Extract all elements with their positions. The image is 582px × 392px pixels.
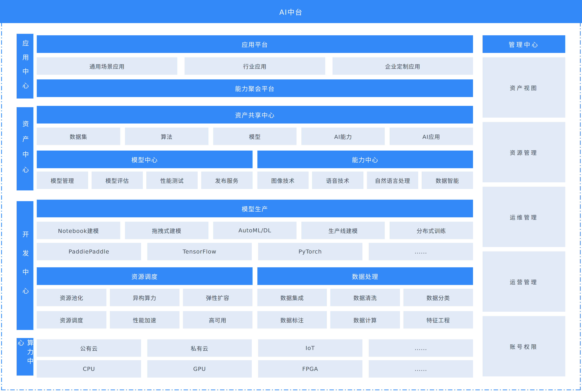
production-row: Notebook建模 拖拽式建模 AutoML/DL 生产线建模 分布式训练 <box>37 222 473 239</box>
framework-row: PaddiePaddle TensorFlow PyTorch ...... <box>37 243 473 260</box>
box-ai-app: AI应用 <box>390 128 473 145</box>
box-resource-scheduling: 资源调度 <box>37 311 106 328</box>
box-high-availability: 高可用 <box>183 311 252 328</box>
center-bars-row: 模型中心 能力中心 <box>37 150 473 168</box>
box-performance-acceleration: 性能加速 <box>110 311 180 328</box>
box-data-labeling: 数据标注 <box>258 311 327 328</box>
bar-management-center: 管理中心 <box>482 35 565 53</box>
box-operation-management: 运营管理 <box>482 252 565 312</box>
box-paddlepaddle: PaddiePaddle <box>37 243 141 260</box>
box-cpu: CPU <box>37 360 141 378</box>
box-data-cleaning: 数据清洗 <box>330 289 400 306</box>
bar-model-center: 模型中心 <box>37 150 252 168</box>
ability-center-row: 图像技术 语音技术 自然语言处理 数据智能 <box>258 172 473 189</box>
data-row-2: 数据标注 数据计算 特征工程 <box>258 311 473 328</box>
box-notebook-modeling: Notebook建模 <box>37 222 120 239</box>
section-label-asset-center: 资产中心 <box>16 107 34 190</box>
center-items-row: 模型管理 模型评估 性能测试 发布服务 图像技术 语音技术 自然语言处理 数据智… <box>37 172 473 189</box>
compute-row-1: 公有云 私有云 IoT ...... <box>37 339 473 357</box>
box-tensorflow: TensorFlow <box>148 243 252 260</box>
box-more-compute-2: ...... <box>369 360 473 378</box>
section-label-application-center: 应用中心 <box>16 34 34 98</box>
box-publish-service: 发布服务 <box>201 172 252 189</box>
resource-row-1: 资源池化 异构算力 弹性扩容 <box>37 289 252 306</box>
resource-row-2: 资源调度 性能加速 高可用 <box>37 311 252 328</box>
box-nlp: 自然语言处理 <box>367 172 418 189</box>
schedule-process-bars-row: 资源调度 数据处理 <box>37 267 473 285</box>
box-model-evaluation: 模型评估 <box>92 172 143 189</box>
box-data-classification: 数据分类 <box>404 289 473 306</box>
box-pytorch: PyTorch <box>258 243 362 260</box>
bar-resource-schedule: 资源调度 <box>37 267 252 285</box>
ai-platform-diagram: AI中台 应用中心 资产中心 开发中心 算力中心 应用平台 通用场景应用 行业应… <box>0 0 582 392</box>
box-elastic-scaling: 弹性扩容 <box>183 289 252 306</box>
box-data-intelligence: 数据智能 <box>422 172 473 189</box>
box-asset-view: 资产视图 <box>482 57 565 118</box>
box-enterprise-custom-app: 企业定制应用 <box>332 57 473 75</box>
asset-row: 数据集 算法 模型 AI能力 AI应用 <box>37 128 473 145</box>
data-row-1: 数据集成 数据清洗 数据分类 <box>258 289 473 306</box>
management-column: 管理中心 资产视图 资源管理 运维管理 运营管理 账号权限 <box>482 35 565 376</box>
box-dataset: 数据集 <box>37 128 120 145</box>
app-row: 通用场景应用 行业应用 企业定制应用 <box>37 57 473 75</box>
box-iot: IoT <box>258 339 362 357</box>
box-fpga: FPGA <box>258 360 362 378</box>
bar-ability-center: 能力中心 <box>258 150 473 168</box>
box-pipeline-modeling: 生产线建模 <box>301 222 385 239</box>
main-diagram-area: 应用平台 通用场景应用 行业应用 企业定制应用 能力聚会平台 资产共享中心 数据… <box>37 35 473 378</box>
box-distributed-training: 分布式训练 <box>390 222 473 239</box>
box-private-cloud: 私有云 <box>148 339 252 357</box>
box-more-compute-1: ...... <box>369 339 473 357</box>
box-more-frameworks: ...... <box>369 243 473 260</box>
box-gpu: GPU <box>148 360 252 378</box>
box-algorithm: 算法 <box>125 128 208 145</box>
box-image-tech: 图像技术 <box>258 172 309 189</box>
box-general-scenario-app: 通用场景应用 <box>37 57 177 75</box>
box-heterogeneous-compute: 异构算力 <box>110 289 180 306</box>
box-data-integration: 数据集成 <box>258 289 327 306</box>
box-automl-dl: AutoML/DL <box>213 222 297 239</box>
box-data-computing: 数据计算 <box>330 311 400 328</box>
box-public-cloud: 公有云 <box>37 339 141 357</box>
model-center-row: 模型管理 模型评估 性能测试 发布服务 <box>37 172 252 189</box>
page-title: AI中台 <box>279 6 303 17</box>
banner: AI中台 <box>0 0 582 23</box>
bar-data-process: 数据处理 <box>258 267 473 285</box>
box-speech-tech: 语音技术 <box>312 172 364 189</box>
box-model-management: 模型管理 <box>37 172 88 189</box>
schedule-process-items-row-2: 资源调度 性能加速 高可用 数据标注 数据计算 特征工程 <box>37 311 473 328</box>
box-account-permission: 账号权限 <box>482 316 565 376</box>
bar-asset-share-center: 资产共享中心 <box>37 106 473 124</box>
box-performance-test: 性能测试 <box>146 172 198 189</box>
dashed-border-left <box>1 22 2 390</box>
box-industry-app: 行业应用 <box>184 57 325 75</box>
bar-model-production: 模型生产 <box>37 200 473 217</box>
box-drag-modeling: 拖拽式建模 <box>125 222 208 239</box>
bar-app-platform: 应用平台 <box>37 35 473 53</box>
bar-capability-aggregation-platform: 能力聚会平台 <box>37 80 473 97</box>
box-ops-maintenance-management: 运维管理 <box>482 187 565 247</box>
box-ai-ability: AI能力 <box>301 128 385 145</box>
schedule-process-items-row-1: 资源池化 异构算力 弹性扩容 数据集成 数据清洗 数据分类 <box>37 289 473 306</box>
box-resource-pooling: 资源池化 <box>37 289 106 306</box>
box-feature-engineering: 特征工程 <box>404 311 473 328</box>
compute-row-2: CPU GPU FPGA ...... <box>37 360 473 378</box>
box-resource-management: 资源管理 <box>482 122 565 182</box>
box-model: 模型 <box>213 128 297 145</box>
dashed-border-bottom <box>1 390 581 390</box>
dashed-border-right <box>580 22 581 390</box>
section-label-development-center: 开发中心 <box>16 201 34 330</box>
section-label-computing-center: 算力中心 <box>16 338 34 376</box>
